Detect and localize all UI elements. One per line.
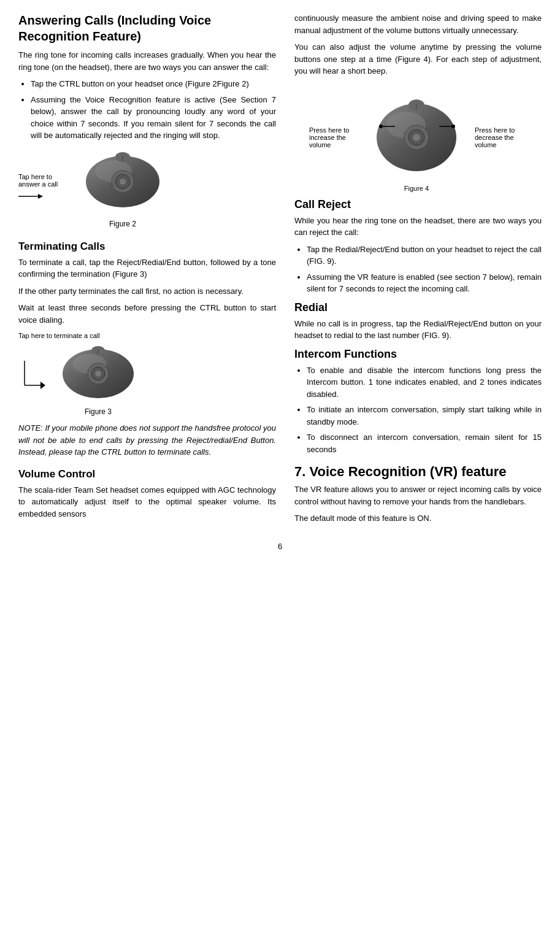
device-svg-fig3 <box>49 342 147 403</box>
intercom-title: Intercom Functions <box>294 348 542 361</box>
terminating-section: Terminating Calls To terminate a call, t… <box>18 241 276 326</box>
call-reject-bullet-2: Assuming the VR feature is enabled (see … <box>307 271 542 295</box>
tap-terminate-label: Tap here to terminate a call <box>18 332 100 339</box>
answering-bullets-list: Tap the CTRL button on your headset once… <box>31 78 276 142</box>
headset-figure2: Figure 2 <box>74 148 172 228</box>
svg-point-27 <box>379 125 383 128</box>
volume-title: Volume Control <box>18 468 276 480</box>
figure2-label: Figure 2 <box>74 220 172 228</box>
answering-title: Answering Calls (Including Voice Recogni… <box>18 12 276 44</box>
figure3-label: Figure 3 <box>49 407 147 416</box>
svg-point-16 <box>95 371 101 377</box>
call-reject-title: Call Reject <box>294 198 542 211</box>
svg-point-29 <box>451 125 455 128</box>
figure3-inner: Figure 3 <box>18 342 147 416</box>
figure2-container: Tap here to answer a call <box>18 148 276 228</box>
volume-p2: You can also adjust the volume anytime b… <box>294 41 542 77</box>
svg-marker-11 <box>40 382 45 389</box>
vr-p2: The default mode of this feature is ON. <box>294 512 542 525</box>
headset-figure4: Figure 4 <box>364 83 469 192</box>
volume-p1: The scala-rider Team Set headset comes e… <box>18 484 276 520</box>
redial-title: Redial <box>294 301 542 314</box>
figure3-container: Tap here to terminate a call <box>18 332 276 416</box>
press-increase-label: Press here to increase the volume <box>309 126 358 148</box>
figure4-label: Figure 4 <box>364 185 469 192</box>
arrow-right-icon <box>18 190 43 202</box>
arrow-down-icon <box>18 361 49 398</box>
call-reject-bullets-list: Tap the Redial/Reject/End button on your… <box>307 244 542 295</box>
answering-bullet-2: Assuming the Voice Recognition feature i… <box>31 94 276 142</box>
svg-point-6 <box>120 179 126 185</box>
volume-p-cont: continuously measure the ambient noise a… <box>294 12 542 36</box>
device-svg-fig4 <box>364 83 469 182</box>
device-svg-fig2 <box>74 148 172 215</box>
answering-bullet-1: Tap the CTRL button on your headset once… <box>31 78 276 90</box>
terminating-p1: To terminate a call, tap the Reject/Redi… <box>18 256 276 280</box>
call-reject-p1: While you hear the ring tone on the head… <box>294 215 542 239</box>
terminating-p2: If the other party terminates the call f… <box>18 285 276 298</box>
intercom-bullet-1: To enable and disable the intercom funct… <box>307 364 542 401</box>
intercom-bullet-2: To initiate an intercom conversation, si… <box>307 404 542 428</box>
svg-point-23 <box>413 134 420 141</box>
note-text: NOTE: If your mobile phone does not supp… <box>18 422 276 458</box>
page-number: 6 <box>18 542 542 551</box>
figure4-container: Press here to increase the volume <box>294 83 542 192</box>
intercom-bullet-3: To disconnect an intercom conversation, … <box>307 431 542 455</box>
press-decrease-label: Press here to decrease the volume <box>475 126 527 148</box>
tap-answer-label: Tap here to answer a call <box>18 173 58 188</box>
intercom-bullets-list: To enable and disable the intercom funct… <box>307 364 542 456</box>
vr-p1: The VR feature allows you to answer or r… <box>294 483 542 507</box>
answering-p1: The ring tone for incoming calls increas… <box>18 49 276 73</box>
terminating-p3: Wait at least three seconds before press… <box>18 302 276 326</box>
vr-title: 7. Voice Recognition (VR) feature <box>294 464 542 480</box>
terminating-title: Terminating Calls <box>18 241 276 253</box>
headset-figure3: Figure 3 <box>49 342 147 416</box>
call-reject-bullet-1: Tap the Redial/Reject/End button on your… <box>307 244 542 268</box>
redial-p1: While no call is in progress, tap the Re… <box>294 318 542 342</box>
svg-marker-1 <box>38 194 43 199</box>
